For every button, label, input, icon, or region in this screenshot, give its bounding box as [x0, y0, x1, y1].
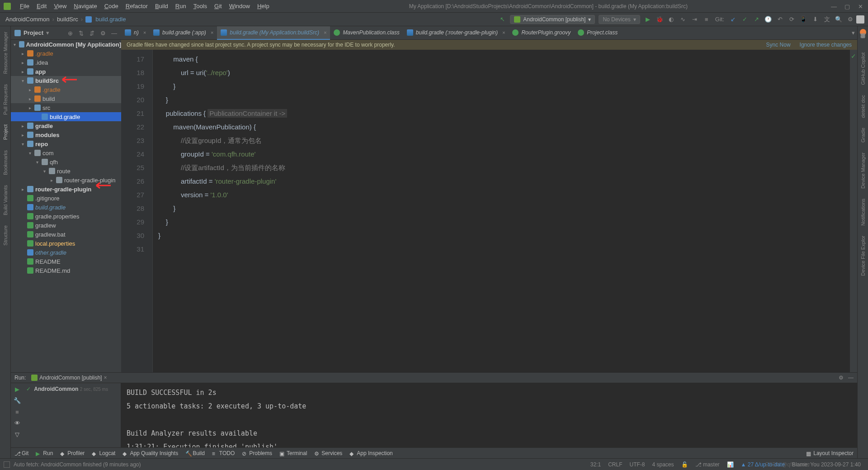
tool-todo[interactable]: ≡TODO — [212, 450, 235, 456]
tree-item[interactable]: gradle.properties — [11, 212, 121, 221]
search-icon[interactable]: 🔍 — [835, 15, 843, 24]
menu-file[interactable]: File — [16, 3, 33, 9]
tree-item[interactable]: README.md — [11, 266, 121, 275]
chevron-down-icon[interactable]: ▾ — [852, 29, 855, 36]
tree-item[interactable]: README — [11, 257, 121, 266]
sync-now-link[interactable]: Sync Now — [766, 42, 791, 48]
tree-item[interactable]: ▸gradle — [11, 121, 121, 130]
tree-item[interactable]: ▸app — [11, 67, 121, 76]
stop-icon[interactable]: ■ — [703, 15, 711, 24]
menu-navigate[interactable]: Navigate — [70, 3, 100, 9]
run-config-combo[interactable]: AndroidCommon [publish] ▾ — [510, 15, 595, 24]
notifications-icon[interactable] — [860, 29, 866, 35]
minimize-icon[interactable]: — — [831, 3, 837, 9]
menu-help[interactable]: Help — [254, 3, 273, 9]
tool-pull-requests[interactable]: Pull Requests — [3, 81, 8, 118]
tool-services[interactable]: ⚙Services — [314, 450, 342, 456]
editor-tab[interactable]: n)× — [121, 26, 150, 40]
close-tab-icon[interactable]: × — [502, 30, 505, 35]
debug-icon[interactable]: 🐞 — [656, 15, 664, 24]
rollback-icon[interactable]: ↶ — [776, 15, 784, 24]
editor-tab[interactable]: RouterPlugin.groovy — [509, 26, 574, 40]
tree-item[interactable]: ▸router-gradle-plugin — [11, 176, 121, 185]
menu-view[interactable]: View — [50, 3, 70, 9]
tool-bookmarks[interactable]: Bookmarks — [3, 147, 8, 178]
close-tab-icon[interactable]: × — [324, 30, 326, 35]
file-encoding[interactable]: UTF-8 — [626, 461, 649, 468]
device-combo[interactable]: No Devices ▾ — [599, 15, 640, 24]
memory-icon[interactable]: 📊 — [723, 461, 737, 468]
tool-run[interactable]: ▶Run — [36, 450, 53, 456]
tool-gradle[interactable]: Gradle — [860, 125, 866, 145]
filter-icon[interactable]: ▽ — [15, 431, 19, 438]
profile-icon[interactable]: ∿ — [679, 15, 687, 24]
tree-item[interactable]: ▸.gradle — [11, 49, 121, 58]
tree-item[interactable]: .gitignore — [11, 194, 121, 203]
tree-item[interactable]: ▾buildSrc — [11, 76, 121, 85]
wrench-icon[interactable]: 🔧 — [14, 397, 21, 404]
tree-item[interactable]: build.gradle — [11, 203, 121, 212]
indent-info[interactable]: 4 spaces — [649, 461, 678, 468]
tree-item[interactable]: ▸build — [11, 94, 121, 103]
tool-device-file-explor[interactable]: Device File Explor — [860, 233, 866, 279]
tool-windows-icon[interactable] — [4, 461, 10, 468]
editor-tab[interactable]: Project.class — [574, 26, 621, 40]
editor-tab[interactable]: build.gradle (:router-gradle-plugin)× — [403, 26, 509, 40]
tool-红纹文档搜索[interactable]: 红纹文档搜索 — [859, 40, 866, 45]
breadcrumb[interactable]: buildSrc — [55, 16, 80, 23]
menu-build[interactable]: Build — [151, 3, 172, 9]
run-icon[interactable]: ▶ — [644, 15, 652, 24]
close-icon[interactable]: ✕ — [858, 3, 864, 9]
menu-run[interactable]: Run — [172, 3, 190, 9]
select-target-icon[interactable]: ⊕ — [68, 30, 74, 36]
hide-icon[interactable]: — — [111, 30, 118, 36]
editor-tab[interactable]: build.gradle (:app)× — [150, 26, 217, 40]
close-tab-icon[interactable]: × — [211, 30, 213, 35]
collapse-icon[interactable]: ⇵ — [90, 30, 96, 36]
tool-project[interactable]: Project — [3, 122, 8, 142]
back-icon[interactable]: ↖ — [498, 15, 506, 24]
avd-icon[interactable]: 📱 — [799, 15, 807, 24]
line-separator[interactable]: CRLF — [604, 461, 626, 468]
project-panel-title[interactable]: Project — [24, 29, 43, 36]
editor-tab[interactable]: build.gradle (My Application:buildSrc)× — [217, 26, 330, 40]
stop-icon[interactable]: ■ — [15, 408, 19, 415]
menu-edit[interactable]: Edit — [33, 3, 50, 9]
breadcrumb[interactable]: build.gradle — [94, 16, 127, 23]
gear-icon[interactable]: ⚙ — [839, 375, 844, 381]
maximize-icon[interactable]: ▢ — [844, 3, 851, 9]
coverage-icon[interactable]: ◐ — [667, 15, 675, 24]
tool-build[interactable]: 🔨Build — [185, 450, 205, 456]
editor-content[interactable]: maven { url = uri('../repo') } } publica… — [153, 50, 850, 372]
layout-inspector-button[interactable]: ▦ Layout Inspector — [806, 450, 854, 456]
commit-icon[interactable]: ✓ — [741, 15, 749, 24]
tree-item[interactable]: ▸.idea — [11, 58, 121, 67]
tool-app-inspection[interactable]: ◆App Inspection — [349, 450, 392, 456]
tree-item[interactable]: build.gradle — [11, 112, 121, 121]
close-tab-icon[interactable]: × — [104, 375, 107, 381]
tool-structure[interactable]: Structure — [3, 223, 8, 248]
error-stripe[interactable]: ✓ — [850, 50, 857, 372]
breadcrumb[interactable]: AndroidCommon — [4, 16, 52, 23]
ignore-changes-link[interactable]: Ignore these changes — [800, 42, 852, 48]
tool-terminal[interactable]: ▣Terminal — [279, 450, 307, 456]
tool-device-manager[interactable]: Device Manager — [860, 150, 866, 191]
tool-github-copilot[interactable]: GitHub Copilot — [860, 50, 866, 88]
tool-problems[interactable]: ⊘Problems — [242, 450, 272, 456]
tree-item[interactable]: ▾qfh — [11, 157, 121, 166]
history-icon[interactable]: 🕐 — [764, 15, 772, 24]
tree-root[interactable]: ▾ AndroidCommon [My Application] — [11, 40, 121, 49]
tool-app-quality-insights[interactable]: ◆App Quality Insights — [123, 450, 178, 456]
close-tab-icon[interactable]: × — [143, 30, 146, 35]
avatar[interactable] — [856, 15, 864, 24]
translate-icon[interactable]: 文 — [823, 15, 831, 24]
tree-item[interactable]: ▾route — [11, 166, 121, 176]
tool-profiler[interactable]: ◆Profiler — [60, 450, 85, 456]
code-editor[interactable]: 171819202122232425262728293031 maven { u… — [121, 50, 850, 372]
menu-window[interactable]: Window — [226, 3, 254, 9]
menu-tools[interactable]: Tools — [190, 3, 211, 9]
tool-resource-manager[interactable]: Resource Manager — [3, 29, 8, 77]
run-output[interactable]: BUILD SUCCESSFUL in 2s 5 actionable task… — [121, 383, 857, 447]
gear-icon[interactable]: ⚙ — [100, 30, 107, 36]
editor-gutter[interactable]: 171819202122232425262728293031 — [121, 50, 153, 372]
